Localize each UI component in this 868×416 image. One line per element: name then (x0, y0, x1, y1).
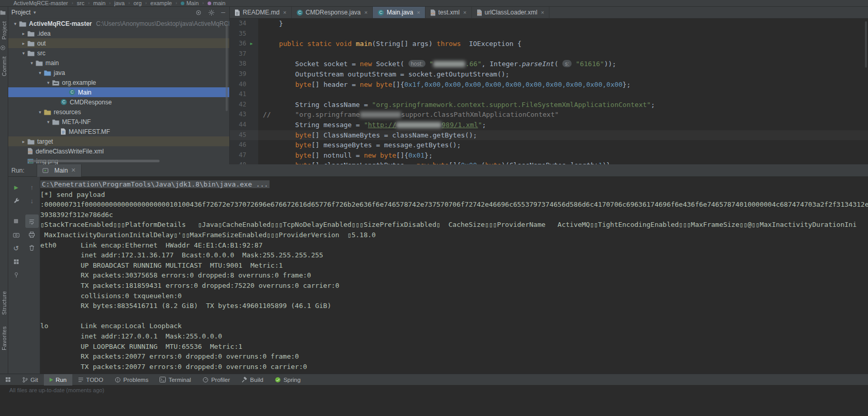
breadcrumb-item-activemqrce-master[interactable]: ActiveMqRCE-master (13, 0, 68, 6)
tree-item-main[interactable]: CMain (8, 87, 229, 97)
chevron-down-icon[interactable]: ▾ (44, 119, 52, 125)
print-icon[interactable] (25, 228, 39, 241)
editor-tab-cmdresponse-java[interactable]: CCMDResponse.java× (292, 7, 373, 18)
hide-panel-icon[interactable]: ─ (221, 9, 225, 16)
project-view-label: Project (11, 9, 30, 16)
up-icon[interactable]: ↑ (25, 180, 39, 194)
tree-label: src (37, 50, 45, 57)
tree-item-target[interactable]: ▸target (8, 136, 229, 146)
statusbar-git[interactable]: Git (17, 374, 44, 386)
code-text: public static void main(String[] args) t… (258, 39, 868, 49)
restart-icon[interactable]: ↺ (9, 241, 23, 255)
run-gutter-icon[interactable]: ▶ (246, 39, 257, 49)
tree-item-main[interactable]: ▾main (8, 58, 229, 68)
chevron-down-icon[interactable]: ▾ (28, 60, 36, 66)
chevron-down-icon[interactable]: ▾ (36, 70, 44, 75)
tree-item-org-example[interactable]: ▾org.example (8, 78, 229, 87)
chevron-down-icon[interactable]: ▾ (20, 51, 27, 56)
status-message: All files are up-to-date (moments ago) (9, 387, 104, 393)
tree-item-java[interactable]: ▾java (8, 68, 229, 78)
line-number: 35 (230, 29, 246, 39)
clear-icon[interactable] (25, 241, 39, 255)
code-token: support.ClassPathXmlApplicationContext" (401, 111, 559, 118)
chevron-down-icon[interactable]: ▾ (36, 110, 44, 115)
editor-tab-urlclassloader-xml[interactable]: <>urlClassLoader.xml× (472, 7, 549, 18)
breadcrumb-item-main[interactable]: main (208, 0, 226, 6)
project-stripe-icon[interactable] (0, 10, 6, 16)
close-icon[interactable]: × (283, 9, 286, 16)
locate-file-icon[interactable] (195, 9, 202, 16)
line-number: 36 (230, 39, 246, 49)
code-token: [] ClassNameBytes = className.getBytes()… (311, 131, 477, 139)
softwrap-icon[interactable] (25, 214, 39, 228)
statusbar-terminal[interactable]: Terminal (154, 374, 196, 386)
svg-text:<>: <> (477, 11, 481, 16)
tree-item-out[interactable]: ▸out (8, 38, 229, 48)
statusbar-build[interactable]: Build (235, 374, 269, 386)
horizontal-scrollbar[interactable] (28, 160, 160, 162)
tree-item-idea[interactable]: ▸.idea (8, 28, 229, 38)
stripe-button-commit[interactable]: Commit (1, 56, 7, 76)
close-icon[interactable]: × (541, 9, 544, 16)
chevron-down-icon[interactable]: ▾ (44, 80, 52, 85)
tree-item-activemqrce-master[interactable]: ▾ActiveMqRCE-masterC:\Users\Anonymous\De… (8, 19, 229, 28)
tree-item-resources[interactable]: ▾resources (8, 107, 229, 117)
tool-window-switcher-icon[interactable] (2, 377, 13, 382)
console-line (40, 311, 868, 321)
breadcrumb-item-org[interactable]: org (133, 0, 141, 6)
tree-label: ActiveMqRCE-master (29, 20, 92, 27)
run-tab-label: Main (54, 167, 68, 174)
xml-icon: <> (430, 9, 436, 16)
editor-scrollbar[interactable] (865, 21, 867, 68)
editor-tab-test-xml[interactable]: <>test.xml× (425, 7, 472, 18)
breadcrumb-item-java[interactable]: java (114, 0, 124, 6)
rerun-icon[interactable]: ▶ (9, 180, 23, 194)
breadcrumb-separator: › (145, 1, 147, 6)
commit-stripe-icon[interactable] (0, 45, 6, 51)
stripe-button-favorites[interactable]: Favorites (1, 326, 7, 350)
statusbar-todo[interactable]: TODO (72, 374, 109, 386)
code-token: }; (424, 151, 433, 159)
breadcrumb-item-example[interactable]: example (150, 0, 172, 6)
breadcrumb-item-src[interactable]: src (77, 0, 85, 6)
snapshot-icon[interactable] (9, 228, 23, 241)
close-icon[interactable]: × (463, 9, 466, 16)
vertical-scrollbar[interactable] (226, 23, 228, 111)
tree-item-meta-inf[interactable]: ▾META-INF (8, 117, 229, 127)
stripe-button-structure[interactable]: Structure (1, 291, 7, 315)
editor-tab-readme-md[interactable]: README.md× (230, 7, 292, 18)
down-icon[interactable]: ↓ (25, 194, 39, 207)
editor-content[interactable]: 34 }3536▶ public static void main(String… (230, 19, 868, 164)
chevron-right-icon[interactable]: ▸ (20, 41, 27, 46)
editor-tab-main-java[interactable]: CMain.java× (373, 7, 425, 18)
chevron-right-icon[interactable]: ▸ (20, 139, 27, 144)
chevron-down-icon[interactable]: ▾ (11, 21, 19, 26)
stripe-button-project[interactable]: Project (1, 21, 7, 39)
gear-icon[interactable] (208, 9, 215, 16)
grid-icon[interactable] (9, 255, 23, 268)
run-console[interactable]: C:\Penetration\ProgramTools\Java\jdk1.8\… (40, 177, 868, 374)
tree-item-cmdresponse[interactable]: CCMDResponse (8, 97, 229, 107)
tree-item-defineclasswritefile-xml[interactable]: <>defineClassWriteFile.xml (8, 146, 229, 156)
statusbar-run[interactable]: Run (44, 374, 72, 386)
stop-icon[interactable] (9, 214, 23, 228)
tree-item-src[interactable]: ▾src (8, 48, 229, 58)
console-line: lo Link encap:Local Loopback (40, 321, 868, 331)
line-number: 38 (230, 59, 246, 69)
close-icon[interactable]: ✕ (71, 167, 75, 174)
close-icon[interactable]: × (365, 9, 368, 16)
chevron-right-icon[interactable]: ▸ (20, 31, 27, 36)
wrench-icon[interactable] (9, 194, 23, 207)
pin-icon[interactable] (9, 268, 23, 282)
statusbar-profiler[interactable]: Profiler (197, 374, 235, 386)
statusbar-problems[interactable]: Problems (109, 374, 154, 386)
breadcrumb-item-main[interactable]: Main (181, 0, 199, 6)
project-view-selector[interactable]: Project ▼ (11, 9, 37, 16)
run-tab-main[interactable]: Main ✕ (37, 164, 81, 177)
console-line: UP LOOPBACK RUNNING MTU:65536 Metric:1 (40, 342, 868, 352)
breadcrumb-item-main[interactable]: main (93, 0, 105, 6)
statusbar-spring[interactable]: Spring (269, 374, 306, 386)
tree-item-manifest-mf[interactable]: MANIFEST.MF (8, 127, 229, 136)
close-icon[interactable]: × (417, 9, 420, 16)
code-token: main (356, 40, 372, 48)
